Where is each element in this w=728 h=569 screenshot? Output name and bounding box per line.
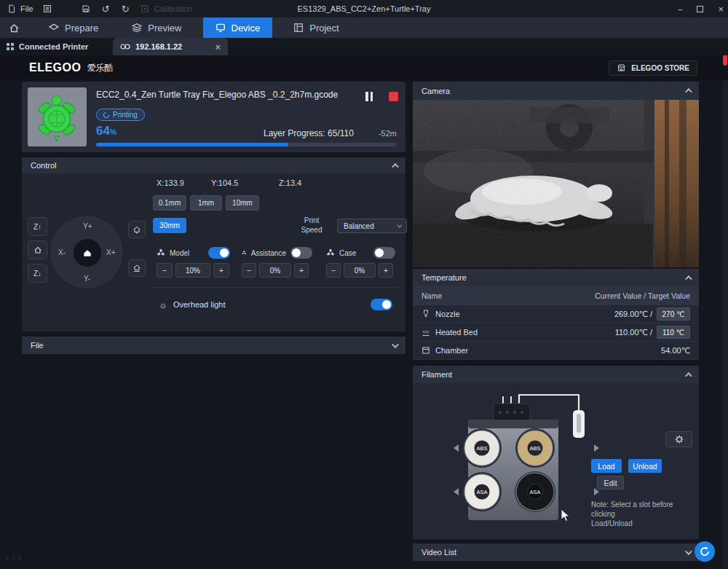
z-up-button[interactable]: Z↑: [28, 217, 47, 236]
chevron-up-icon: [685, 372, 692, 379]
elegoo-store-button[interactable]: ELEGOO STORE: [609, 60, 697, 76]
tab-preview[interactable]: Preview: [119, 17, 194, 38]
connected-printer-label-group: Connected Printer: [6, 38, 88, 55]
filament-slot-1[interactable]: ABS: [464, 431, 499, 466]
chamber-label: Chamber: [435, 346, 468, 355]
home-all-button[interactable]: [74, 239, 101, 267]
plus-button[interactable]: +: [379, 263, 393, 278]
stop-button[interactable]: [389, 92, 398, 101]
tab-device[interactable]: Device: [203, 17, 273, 38]
home-nozzle-button[interactable]: [128, 221, 146, 238]
bed-temp-row: Heated Bed 110.00℃ / 110℃: [413, 323, 699, 342]
assistance-fan-stepper: − 0% +: [242, 263, 309, 278]
brand-logo: ELEGOO: [29, 61, 81, 74]
jog-x-minus[interactable]: X-: [58, 248, 66, 256]
save-icon[interactable]: [81, 4, 92, 15]
filament-slot-4[interactable]: ASA: [516, 473, 554, 511]
step-30mm-button[interactable]: 30mm: [153, 218, 186, 233]
slot-left-arrow-icon[interactable]: [454, 488, 459, 495]
slot-right-arrow-icon[interactable]: [594, 444, 599, 452]
printer-tab-close-icon[interactable]: ×: [215, 42, 221, 52]
file-icon: [6, 4, 17, 15]
overhead-light-toggle[interactable]: [371, 299, 392, 310]
filament-diagram: ABS ABS ASA ASA: [439, 388, 614, 533]
col-value: Current Value / Target Value: [595, 291, 690, 300]
filament-slot-3[interactable]: ASA: [464, 474, 499, 509]
filament-slot-2[interactable]: ABS: [518, 431, 553, 466]
gcode-filename: ECC2_0.4_Zen Turtle Tray Fix_Elegoo ABS …: [96, 90, 358, 100]
camera-panel-header[interactable]: Camera: [413, 82, 699, 100]
file-panel-header[interactable]: File: [22, 337, 405, 354]
jog-x-plus[interactable]: X+: [106, 248, 116, 256]
scrollbar-track[interactable]: [722, 38, 728, 569]
control-panel-body: X:133.9 Y:104.5 Z:13.4 0.1mm 1mm 10mm 30…: [22, 173, 405, 331]
tab-prepare[interactable]: Prepare: [36, 17, 111, 38]
pause-button[interactable]: [365, 92, 376, 102]
edit-button[interactable]: Edit: [597, 476, 624, 490]
tab-project[interactable]: Project: [281, 17, 351, 38]
printer-tab[interactable]: 192.168.1.22 ×: [113, 38, 228, 55]
nozzle-target-input[interactable]: 270℃: [657, 307, 690, 321]
step-0.1mm-button[interactable]: 0.1mm: [153, 195, 186, 211]
maximize-button[interactable]: [697, 6, 703, 12]
minus-button[interactable]: −: [157, 263, 173, 278]
svg-text:ABS: ABS: [529, 445, 540, 452]
chevron-down-icon: [392, 341, 399, 348]
bed-label: Heated Bed: [435, 328, 478, 337]
heated-bed-icon: [422, 328, 430, 337]
coordinate-x: X:133.9: [157, 178, 184, 187]
model-fan-toggle[interactable]: [208, 247, 230, 259]
jog-y-plus[interactable]: Y+: [83, 222, 92, 230]
filament-settings-button[interactable]: [665, 431, 692, 447]
tab-project-label: Project: [309, 23, 339, 34]
overhead-light-row: ☼ Overhead light: [149, 293, 398, 316]
filament-panel-body: ABS ABS ASA ASA Load Unload: [413, 383, 699, 539]
bed-current: 110.00℃ /: [615, 328, 652, 337]
video-list-panel-header[interactable]: Video List: [413, 544, 699, 561]
bed-target-input[interactable]: 110℃: [657, 326, 690, 339]
home-icon: [33, 246, 42, 254]
home-bed-button[interactable]: [128, 259, 146, 277]
xy-jog-pad[interactable]: Y+ X- X+ Y-: [50, 215, 124, 289]
refresh-fab[interactable]: [695, 541, 715, 562]
assistance-fan-row: Assistance: [242, 246, 312, 259]
list-icon[interactable]: [42, 4, 53, 15]
case-fan-label: Case: [339, 249, 356, 257]
temperature-panel-title: Temperature: [422, 273, 467, 282]
plus-button[interactable]: +: [213, 263, 229, 278]
jog-y-minus[interactable]: Y-: [84, 275, 90, 283]
plus-button[interactable]: +: [294, 263, 309, 278]
light-icon: ☼: [159, 299, 167, 310]
status-badge: Printing: [96, 109, 145, 121]
calibration-menu[interactable]: Calibration: [140, 4, 193, 15]
minus-button[interactable]: −: [326, 263, 341, 278]
step-10mm-button[interactable]: 10mm: [226, 195, 259, 211]
slot-left-arrow-icon[interactable]: [454, 444, 459, 452]
case-fan-toggle[interactable]: [373, 247, 395, 259]
filament-note: Note: Select a slot before clicking Load…: [591, 500, 695, 528]
print-speed-select[interactable]: Balanced: [337, 219, 407, 233]
z-home-button[interactable]: [28, 240, 47, 259]
minimize-button[interactable]: –: [678, 4, 682, 13]
home-nav-button[interactable]: [0, 17, 28, 38]
control-panel-header[interactable]: Control: [22, 157, 405, 173]
undo-icon[interactable]: ↺: [100, 4, 111, 15]
nozzle-current: 269.00℃ /: [614, 310, 652, 319]
close-button[interactable]: ×: [718, 4, 724, 15]
file-menu-label: File: [20, 4, 33, 13]
file-menu[interactable]: File: [6, 4, 33, 15]
load-button[interactable]: Load: [591, 459, 622, 473]
z-down-button[interactable]: Z↓: [28, 264, 47, 283]
coordinate-z: Z:13.4: [279, 178, 301, 187]
link-icon: [120, 43, 130, 50]
assistance-fan-toggle[interactable]: [290, 247, 312, 259]
col-name: Name: [422, 291, 442, 300]
step-1mm-button[interactable]: 1mm: [190, 195, 222, 211]
filament-panel-header[interactable]: Filament: [413, 366, 699, 383]
minus-button[interactable]: −: [242, 263, 256, 278]
redo-icon[interactable]: ↻: [120, 4, 131, 15]
temperature-panel-header[interactable]: Temperature: [413, 269, 699, 286]
unload-button[interactable]: Unload: [628, 459, 662, 473]
progress-percent: 64%: [96, 124, 116, 138]
print-speed-value: Balanced: [344, 222, 374, 230]
